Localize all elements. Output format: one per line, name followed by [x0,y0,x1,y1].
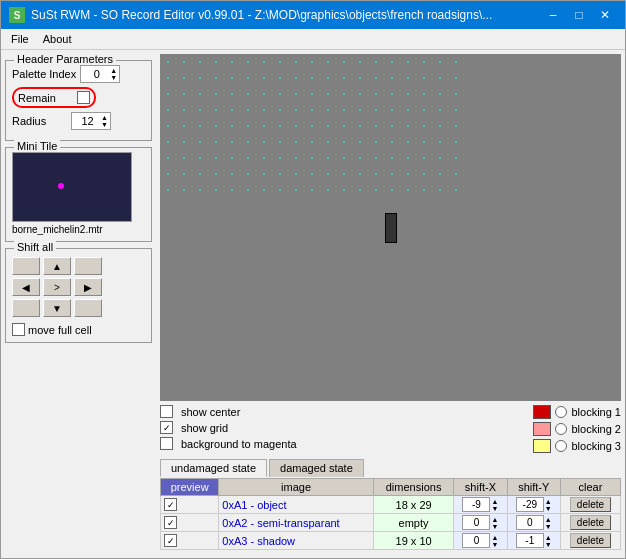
blocking-section: blocking 1 blocking 2 blocking 3 [533,405,621,453]
shift-left[interactable]: ◀ [12,278,40,296]
title-controls: – □ ✕ [541,5,617,25]
delete-button[interactable]: delete [570,497,611,512]
palette-index-down[interactable]: ▼ [110,74,117,81]
shiftx-arrows[interactable]: ▲▼ [491,498,498,512]
shift-down-left[interactable] [12,299,40,317]
show-grid-checkbox[interactable] [160,421,173,434]
blocking-2-row: blocking 2 [533,422,621,436]
shift-arrows-grid: ▲ ◀ > ▶ ▼ [12,257,145,319]
header-params-group: Header Parameters Palette Index 0 ▲ ▼ Re… [5,60,152,141]
col-shifty: shift-Y [507,479,560,496]
grid-svg [160,54,460,204]
move-full-cell-label: move full cell [28,324,92,336]
shift-right[interactable]: ▶ [74,278,102,296]
blocking-1-row: blocking 1 [533,405,621,419]
name-cell: 0xA3 - shadow [219,532,374,550]
svg-rect-2 [160,54,460,204]
shiftx-arrows[interactable]: ▲▼ [491,516,498,530]
name-cell: 0xA2 - semi-transparant [219,514,374,532]
shifty-arrows[interactable]: ▲▼ [545,516,552,530]
menu-file[interactable]: File [5,31,35,47]
blocking-2-radio[interactable] [555,423,567,435]
col-image: image [219,479,374,496]
shift-center[interactable]: > [43,278,71,296]
shift-up[interactable]: ▲ [43,257,71,275]
menu-about[interactable]: About [37,31,78,47]
shifty-input[interactable] [516,497,544,512]
shift-up-right[interactable] [74,257,102,275]
shifty-arrows[interactable]: ▲▼ [545,534,552,548]
shifty-cell[interactable]: ▲▼ [507,514,560,532]
shifty-cell[interactable]: ▲▼ [507,496,560,514]
data-table: preview image dimensions shift-X shift-Y… [160,478,621,550]
palette-index-row: Palette Index 0 ▲ ▼ [12,65,145,83]
radius-up[interactable]: ▲ [101,114,108,121]
minimize-button[interactable]: – [541,5,565,25]
shift-down[interactable]: ▼ [43,299,71,317]
shift-down-right[interactable] [74,299,102,317]
palette-index-spinbox[interactable]: 0 ▲ ▼ [80,65,120,83]
name-cell: 0xA1 - object [219,496,374,514]
shift-all-group: Shift all ▲ ◀ > ▶ ▼ move full cell [5,248,152,343]
preview-cell [161,496,219,514]
shifty-input[interactable] [516,515,544,530]
radius-spinbox[interactable]: 12 ▲ ▼ [71,112,111,130]
delete-button[interactable]: delete [570,533,611,548]
palette-index-arrows[interactable]: ▲ ▼ [110,67,117,81]
row-checkbox[interactable] [164,534,177,547]
move-full-cell-row: move full cell [12,323,145,336]
blocking-3-radio[interactable] [555,440,567,452]
tab-damaged[interactable]: damaged state [269,459,364,477]
radius-down[interactable]: ▼ [101,121,108,128]
remain-checkbox[interactable] [77,91,90,104]
close-button[interactable]: ✕ [593,5,617,25]
blocking-1-radio[interactable] [555,406,567,418]
radius-row: Radius 12 ▲ ▼ [12,112,145,130]
tab-undamaged[interactable]: undamaged state [160,459,267,477]
show-grid-label: show grid [181,422,228,434]
blocking-2-swatch [533,422,551,436]
header-params-title: Header Parameters [14,53,116,65]
show-center-row: show center [160,405,297,418]
shifty-input[interactable] [516,533,544,548]
move-full-cell-checkbox[interactable] [12,323,25,336]
shifty-arrows[interactable]: ▲▼ [545,498,552,512]
delete-button[interactable]: delete [570,515,611,530]
shiftx-cell[interactable]: ▲▼ [454,496,507,514]
radius-label: Radius [12,115,67,127]
shiftx-cell[interactable]: ▲▼ [454,514,507,532]
shifty-cell[interactable]: ▲▼ [507,532,560,550]
shiftx-arrows[interactable]: ▲▼ [491,534,498,548]
title-bar-left: S SuSt RWM - SO Record Editor v0.99.01 -… [9,7,492,23]
delete-cell: delete [560,496,620,514]
background-magenta-checkbox[interactable] [160,437,173,450]
app-icon: S [9,7,25,23]
blocking-3-row: blocking 3 [533,439,621,453]
shift-up-left[interactable] [12,257,40,275]
main-content: Header Parameters Palette Index 0 ▲ ▼ Re… [1,50,625,558]
show-center-checkbox[interactable] [160,405,173,418]
col-preview: preview [161,479,219,496]
shiftx-input[interactable] [462,533,490,548]
radius-arrows[interactable]: ▲ ▼ [101,114,108,128]
controls-area: show center show grid background to mage… [160,401,621,554]
menu-bar: File About [1,29,625,50]
window-title: SuSt RWM - SO Record Editor v0.99.01 - Z… [31,8,492,22]
shiftx-cell[interactable]: ▲▼ [454,532,507,550]
palette-index-up[interactable]: ▲ [110,67,117,74]
blocking-1-swatch [533,405,551,419]
palette-index-value: 0 [83,68,110,80]
mini-tile-title: Mini Tile [14,140,60,152]
delete-cell: delete [560,532,620,550]
row-checkbox[interactable] [164,516,177,529]
remain-row: Remain [12,87,96,108]
shiftx-input[interactable] [462,515,490,530]
show-grid-row: show grid [160,421,297,434]
row-checkbox[interactable] [164,498,177,511]
shiftx-input[interactable] [462,497,490,512]
dim-cell: 19 x 10 [373,532,453,550]
viewport-object [385,213,397,243]
background-magenta-row: background to magenta [160,437,297,450]
maximize-button[interactable]: □ [567,5,591,25]
col-clear: clear [560,479,620,496]
